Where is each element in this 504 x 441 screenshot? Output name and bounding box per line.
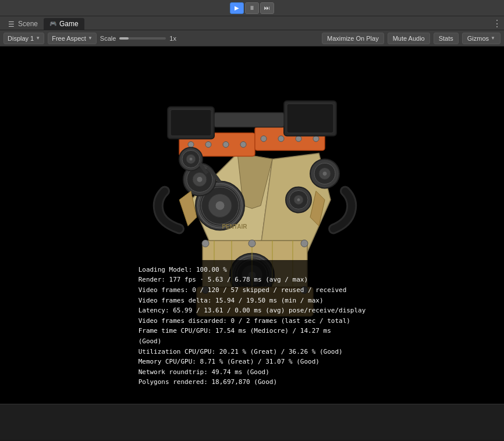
svg-text:PENTAIR: PENTAIR	[222, 223, 247, 230]
svg-rect-50	[287, 104, 333, 133]
aspect-select[interactable]: Free Aspect ▼	[48, 33, 97, 44]
svg-point-13	[313, 136, 319, 141]
svg-point-58	[249, 240, 255, 247]
scene-icon: ☰	[8, 20, 15, 27]
tab-bar: ☰ Scene 🎮 Game ⋮	[0, 16, 504, 30]
stats-line8: (Good)	[139, 336, 366, 347]
stats-overlay: Loading Model: 100.00 % Render: 177 fps …	[132, 260, 373, 392]
svg-point-12	[296, 136, 301, 141]
tab-scene[interactable]: ☰ Scene	[2, 18, 44, 30]
toolbar: Display 1 ▼ Free Aspect ▼ Scale 1x Maxim…	[0, 30, 504, 47]
scale-group: Scale 1x	[100, 35, 176, 42]
svg-point-17	[215, 201, 225, 210]
scale-label: Scale	[100, 35, 116, 42]
display-label: Display 1	[8, 35, 34, 42]
maximize-on-play-button[interactable]: Maximize On Play	[322, 33, 384, 44]
svg-point-27	[189, 157, 193, 161]
stats-line9: Utilization CPU/GPU: 20.21 % (Great) / 3…	[139, 347, 366, 357]
scale-slider-fill	[119, 37, 129, 40]
aspect-label: Free Aspect	[52, 35, 86, 42]
svg-point-11	[278, 136, 284, 141]
tab-game[interactable]: 🎮 Game	[44, 18, 84, 30]
svg-point-8	[223, 141, 229, 147]
svg-point-55	[301, 240, 308, 247]
mute-audio-button[interactable]: Mute Audio	[388, 33, 430, 44]
tab-more-button[interactable]: ⋮	[492, 17, 502, 29]
stats-button[interactable]: Stats	[434, 33, 459, 44]
pause-button[interactable]: ⏸	[245, 2, 259, 14]
display-arrow-icon: ▼	[36, 35, 40, 41]
svg-point-23	[197, 176, 203, 182]
stats-line10: Memory CPU/GPU: 8.71 % (Great) / 31.07 %…	[139, 357, 366, 367]
tab-scene-label: Scene	[18, 20, 38, 28]
stats-line6: Video frames discarded: 0 / 2 frames (la…	[139, 316, 366, 326]
stats-line4: Video frames delta: 15.94 / 19.50 ms (mi…	[139, 296, 366, 306]
transport-bar: ▶ ⏸ ⏭	[0, 0, 504, 16]
play-button[interactable]: ▶	[230, 2, 244, 14]
step-button[interactable]: ⏭	[260, 2, 274, 14]
gizmos-arrow-icon: ▼	[491, 35, 495, 41]
game-viewport: PENTAIR	[0, 47, 504, 404]
display-select[interactable]: Display 1 ▼	[3, 33, 44, 44]
stats-line2: Render: 177 fps · 5.63 / 6.78 ms (avg / …	[139, 275, 366, 285]
stats-line1: Loading Model: 100.00 %	[139, 265, 366, 275]
svg-point-6	[188, 141, 194, 147]
stats-line5: Latency: 65.99 / 13.61 / 0.00 ms (avg) p…	[139, 305, 366, 316]
stats-line12: Polygons rendered: 18,697,870 (Good)	[139, 377, 366, 387]
svg-rect-52	[171, 109, 211, 136]
stats-line7: Frame time CPU/GPU: 17.54 ms (Mediocre) …	[139, 326, 366, 336]
aspect-arrow-icon: ▼	[88, 35, 93, 41]
scale-value: 1x	[169, 35, 176, 42]
svg-point-54	[202, 240, 209, 247]
svg-point-37	[297, 198, 300, 201]
stats-line11: Network roundtrip: 49.74 ms (Good)	[139, 367, 366, 378]
svg-point-9	[240, 141, 246, 147]
stats-line3: Video frames: 0 / 120 / 57 skipped / reu…	[139, 285, 366, 296]
game-icon: 🎮	[49, 20, 56, 27]
bottom-panel	[0, 404, 504, 440]
tab-game-label: Game	[59, 20, 79, 28]
scale-slider[interactable]	[119, 37, 166, 40]
svg-point-10	[261, 136, 267, 141]
svg-rect-53	[214, 112, 284, 127]
svg-point-41	[322, 171, 327, 176]
gizmos-button[interactable]: Gizmos ▼	[462, 33, 501, 44]
svg-point-7	[205, 141, 211, 147]
